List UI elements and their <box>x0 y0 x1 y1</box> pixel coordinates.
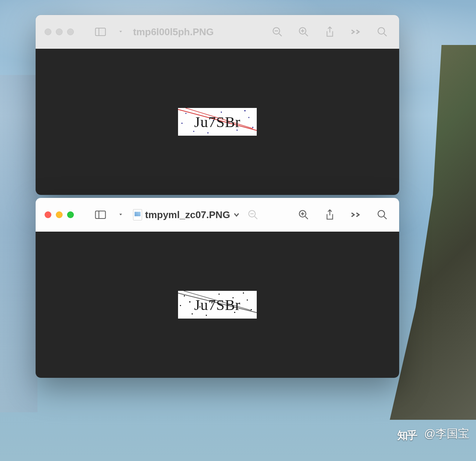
zoom-in-icon <box>298 209 309 220</box>
overflow-button[interactable] <box>348 24 364 40</box>
search-icon <box>377 26 388 37</box>
overflow-button[interactable] <box>348 207 364 223</box>
svg-line-10 <box>384 33 386 36</box>
image-viewport[interactable]: Ju7SBr <box>36 49 399 195</box>
share-icon <box>324 209 335 220</box>
zhihu-logo: 知乎 <box>397 428 421 440</box>
svg-line-23 <box>384 216 386 219</box>
title-area[interactable]: tmpyml_zc07.PNG <box>133 209 240 221</box>
preview-window-2: tmpyml_zc07.PNG <box>36 198 399 378</box>
zoom-out-icon <box>247 209 259 220</box>
zoom-in-button[interactable] <box>296 207 311 223</box>
zoom-out-button[interactable] <box>269 24 285 40</box>
search-button[interactable] <box>374 24 390 40</box>
sidebar-icon <box>95 209 106 220</box>
titlebar[interactable]: tmpyml_zc07.PNG <box>36 198 399 232</box>
zoom-in-icon <box>298 26 309 37</box>
svg-point-22 <box>378 211 385 217</box>
minimize-button[interactable] <box>56 211 63 218</box>
chevron-down-icon <box>118 212 123 217</box>
search-icon <box>377 209 388 220</box>
sidebar-icon <box>95 26 106 37</box>
preview-window-1: tmp6l00l5ph.PNG <box>36 15 399 195</box>
share-button[interactable] <box>322 24 338 40</box>
chevron-double-right-icon <box>350 26 362 37</box>
captcha-text: Ju7SBr <box>194 296 241 314</box>
svg-point-9 <box>378 28 385 34</box>
window-title: tmp6l00l5ph.PNG <box>133 26 214 38</box>
zoom-out-icon <box>272 26 283 37</box>
chevron-double-right-icon <box>350 209 362 220</box>
close-button[interactable] <box>45 211 51 218</box>
captcha-text: Ju7SBr <box>194 113 241 131</box>
file-png-icon <box>133 209 142 220</box>
svg-rect-0 <box>96 28 106 36</box>
captcha-image: Ju7SBr <box>178 291 257 319</box>
svg-line-6 <box>305 33 308 36</box>
image-viewport[interactable]: Ju7SBr <box>36 232 399 378</box>
sidebar-menu-button[interactable] <box>116 27 126 37</box>
traffic-lights <box>45 211 74 218</box>
minimize-button[interactable] <box>56 28 63 35</box>
close-button[interactable] <box>45 28 51 35</box>
zoom-out-button[interactable] <box>245 207 261 223</box>
sidebar-toggle-button[interactable] <box>93 24 108 40</box>
share-icon <box>324 26 335 37</box>
captcha-image: Ju7SBr <box>178 108 257 136</box>
share-button[interactable] <box>322 207 338 223</box>
chevron-down-icon <box>118 29 123 34</box>
zoom-in-button[interactable] <box>296 24 311 40</box>
window-title: tmpyml_zc07.PNG <box>145 209 230 221</box>
search-button[interactable] <box>374 207 390 223</box>
chevron-down-icon[interactable] <box>233 211 240 218</box>
titlebar[interactable]: tmp6l00l5ph.PNG <box>36 15 399 49</box>
svg-line-19 <box>305 216 308 219</box>
watermark: 知乎 @李国宝 <box>397 426 469 442</box>
fullscreen-button[interactable] <box>67 28 74 35</box>
traffic-lights <box>45 28 74 35</box>
desktop-background-left <box>0 75 37 412</box>
title-area[interactable]: tmp6l00l5ph.PNG <box>133 26 214 38</box>
watermark-author: @李国宝 <box>424 426 469 442</box>
sidebar-toggle-button[interactable] <box>93 207 108 223</box>
svg-rect-13 <box>96 211 106 219</box>
svg-line-3 <box>279 33 281 36</box>
fullscreen-button[interactable] <box>67 211 74 218</box>
sidebar-menu-button[interactable] <box>116 210 126 220</box>
svg-line-16 <box>254 216 257 219</box>
